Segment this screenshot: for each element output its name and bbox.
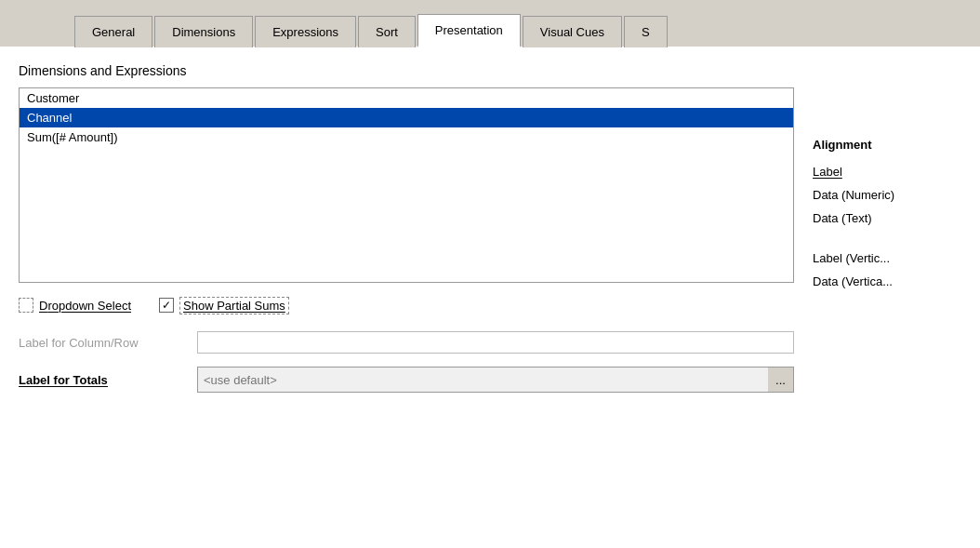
label-totals-input-group: ... [197,367,794,393]
label-column-row-field: Label for Column/Row [19,331,794,354]
list-item-channel[interactable]: Channel [20,108,793,127]
tab-s[interactable]: S [624,16,668,47]
tab-general[interactable]: General [74,16,152,47]
align-row-data-numeric: Data (Numeric) [813,188,961,202]
main-content: Dimensions and Expressions Customer Chan… [0,48,980,548]
show-partial-sums-checkbox[interactable]: ✓ [159,298,174,313]
align-label-label: Label [813,165,924,179]
align-row-data-text: Data (Text) [813,211,961,225]
alignment-section: Alignment Label Data (Numeric) Data (Tex… [813,138,961,288]
align-label-data-text: Data (Text) [813,211,872,225]
list-item-customer[interactable]: Customer [20,88,793,108]
label-totals-input[interactable] [197,367,768,393]
dropdown-select-label[interactable]: Dropdown Select [39,299,131,313]
align-label-label-vertical: Label (Vertic... [813,251,890,265]
alignment-title: Alignment [813,138,961,152]
tab-bar: General Dimensions Expressions Sort Pres… [0,0,980,48]
dropdown-select-group: Dropdown Select [19,298,131,313]
align-row-data-vertical: Data (Vertica... [813,274,961,288]
tab-presentation[interactable]: Presentation [417,14,521,47]
label-totals-field: Label for Totals ... [19,367,794,393]
dropdown-select-checkbox[interactable] [19,298,33,313]
align-row-label: Label [813,165,961,179]
align-label-data-numeric: Data (Numeric) [813,188,894,202]
show-partial-sums-label[interactable]: Show Partial Sums [179,299,289,313]
tab-visual-cues[interactable]: Visual Cues [523,16,622,47]
tab-sort[interactable]: Sort [358,16,416,47]
label-totals-button[interactable]: ... [768,367,794,393]
align-label-data-vertical: Data (Vertica... [813,274,893,288]
section-title: Dimensions and Expressions [19,63,794,78]
label-totals-label: Label for Totals [19,373,186,387]
dimensions-expressions-list[interactable]: Customer Channel Sum([# Amount]) [19,87,794,283]
align-row-label-vertical: Label (Vertic... [813,251,961,265]
left-panel: Dimensions and Expressions Customer Chan… [19,63,794,533]
right-panel: Alignment Label Data (Numeric) Data (Tex… [794,63,961,533]
options-row: Dropdown Select ✓ Show Partial Sums [19,298,794,313]
tab-dimensions[interactable]: Dimensions [154,16,253,47]
show-partial-sums-group: ✓ Show Partial Sums [159,298,289,313]
label-column-row-label: Label for Column/Row [19,336,186,350]
list-item-sum-amount[interactable]: Sum([# Amount]) [20,127,793,147]
label-column-row-input[interactable] [197,331,794,354]
tab-expressions[interactable]: Expressions [255,16,356,47]
